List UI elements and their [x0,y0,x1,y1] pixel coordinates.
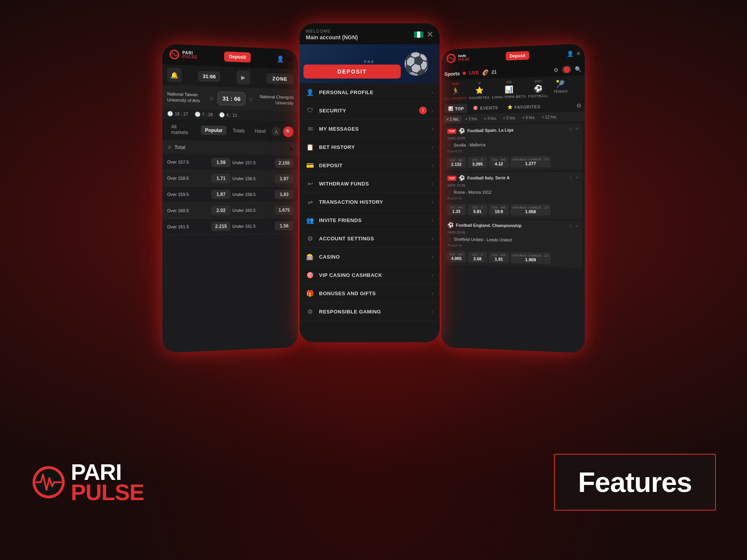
ph3-odds-row-2: 1X2 - W1 1.33 1X2 - X 5.81 1X2 - W2 10.9 [444,203,582,219]
ph3-cat-count-football: 1501 [534,79,542,83]
ph2-menu-personal-profile[interactable]: 👤 PERSONAL PROFILE › [300,83,440,102]
ph3-match-expand-3[interactable]: » [576,223,579,229]
ph2-menu-invite[interactable]: 👥 INVITE FRIENDS › [300,211,440,229]
ph3-odds-btn-1-3[interactable]: 1X2 - W2 4.12 [489,156,509,168]
ph3-cat-label-fav: FAVORITES [469,96,490,100]
ph2-menu-deposit[interactable]: 💳 DEPOSIT › [300,156,440,175]
ph1-under-val-4[interactable]: 1.675 [275,206,293,215]
ph3-cat-tennis[interactable]: 🎾 TENNIS [551,78,570,98]
ph1-tab-popular[interactable]: Popular [201,125,226,135]
ph3-tab-top[interactable]: 📊 TOP [444,104,468,113]
ph1-logo: PARI PULSE [169,49,198,61]
ph3-user-icon[interactable]: 👤 [566,50,573,57]
ph3-deposit-button[interactable]: Deposit [506,51,529,60]
ph3-match-expand-1[interactable]: » [576,126,579,131]
ph1-search-button[interactable]: 🔍 [283,126,294,137]
ph2-menu-security[interactable]: 🛡 SECURITY ! › [300,102,440,120]
ph2-deposit-big-button[interactable]: DEPOSIT [303,65,401,79]
ph1-over-val-1[interactable]: 1.59 [211,158,231,167]
ph3-time-filter-6h[interactable]: < 6 hrs. [520,114,538,121]
ph3-time-filter-2h[interactable]: < 2 hrs. [463,116,480,122]
ph3-odds-btn-1-4[interactable]: DOUBLE CHANCE - 1X 1.277 [510,156,551,168]
ph1-under-val-1[interactable]: 2.155 [275,158,293,168]
ph3-odds-btn-3-3[interactable]: 1X2 - W2 1.91 [489,252,509,263]
ph3-odds-btn-1-2[interactable]: 1X2 - X 3.295 [468,157,487,168]
ph3-odds-btn-2-3[interactable]: 1X2 - W2 10.9 [489,204,509,215]
ph3-toggle-switch[interactable] [562,65,572,74]
ph3-match-star-3[interactable]: ☆ [568,223,573,229]
ph2-menu-withdraw[interactable]: ↩ WITHDRAW FUNDS › [300,175,440,193]
ph3-team-star-3[interactable]: ☆ [447,236,452,242]
ph1-user-icon[interactable]: 👤 [277,55,284,63]
ph1-bell-button[interactable]: 🔔 [167,68,182,82]
ph3-tab-events[interactable]: 🎯 EVENTS [469,103,502,113]
ph3-odds-btn-2-4[interactable]: DOUBLE CHANCE - 1X 1.058 [510,204,551,215]
ph3-match-star-2[interactable]: ☆ [568,174,573,180]
ph1-deposit-button[interactable]: Deposit [224,51,251,63]
ph3-time-filter-5h[interactable]: < 5 hrs. [501,115,518,122]
ph2-account-label: Main account (NGN) [306,34,358,40]
ph3-match-expand-2[interactable]: » [576,175,579,180]
ph3-odds-btn-2-1[interactable]: 1X2 - W1 1.33 [447,204,466,215]
ph1-over-val-3[interactable]: 1.87 [211,190,231,199]
ph3-time-filter-12h[interactable]: < 12 hrs. [539,114,559,121]
ph3-odds-btn-3-4[interactable]: DOUBLE CHANCE - 1X 1.909 [510,252,551,264]
ph1-collapse-button[interactable]: ⋀ [272,127,281,136]
ph3-search-icon[interactable]: 🔍 [575,66,582,72]
ph3-sort-icon[interactable]: ⚙ [576,102,581,109]
ph3-odds-btn-1-1[interactable]: 1X2 - W1 2.132 [447,157,466,168]
ph2-bonuses-label: BONUSES AND GIFTS [319,290,427,296]
ph3-team-star-2[interactable]: ☆ [447,189,452,195]
ph1-over-val-2[interactable]: 1.71 [211,174,231,183]
ph1-over-val-4[interactable]: 2.02 [211,206,231,215]
ph2-menu-bet-history[interactable]: 📋 BET HISTORY › [300,138,440,156]
ph3-categories: 5685 🏃 ALL SPORTS 0 ⭐ FAVORITES 702 📊 LO… [441,75,585,103]
ph3-odds-btn-3-1[interactable]: 1X2 - W1 4.005 [447,251,466,262]
ph3-cat-football[interactable]: 1501 ⚽ FOOTBALL [528,79,548,98]
ph3-cat-favorites[interactable]: 0 ⭐ FAVORITES [469,81,490,100]
ph1-zone-button[interactable]: ZONE [267,73,294,84]
ph1-totals-chevron[interactable]: ∧ [289,145,294,152]
ph2-menu-casino[interactable]: 🎰 CASINO › [300,248,440,266]
ph3-tab-favorites[interactable]: ⭐ FAVORITES [503,102,544,112]
ph2-menu-transaction[interactable]: ⇌ TRANSACTION HISTORY › [300,193,440,211]
ph1-star-left[interactable]: ☆ [209,95,214,101]
ph1-play-button[interactable]: ▶ [237,70,251,84]
ph3-odds-val-1-2: 3.295 [472,162,483,166]
ph3-odds-btn-2-2[interactable]: 1X2 - X 5.81 [468,204,487,215]
ph2-withdraw-icon: ↩ [306,179,314,188]
ph2-menu-responsible[interactable]: ⚙ RESPONSIBLE GAMING › [300,303,440,321]
ph1-tab-all-markets[interactable]: All markets [167,122,199,138]
ph2-account-settings-arrow: › [431,235,433,242]
ph1-under-val-3[interactable]: 1.83 [275,190,293,199]
ph1-menu-icon[interactable]: ≡ [289,56,292,63]
ph1-star-total[interactable]: ☆ [167,144,172,150]
ph3-odds-btn-3-2[interactable]: 1X2 - X 3.58 [468,251,487,263]
ph1-clock-icon-2: 🕐 [195,112,200,117]
ph3-top-badge-2: TOP [447,175,456,180]
ph1-under-val-2[interactable]: 1.97 [275,174,293,184]
ph2-menu-bonuses[interactable]: 🎁 BONUSES AND GIFTS › [300,284,440,303]
ph3-menu-icon[interactable]: ≡ [577,50,580,57]
ph1-tab-totals[interactable]: Totals [229,126,249,136]
bottom-logo-svg [31,465,66,500]
ph1-over-val-5[interactable]: 2.215 [211,222,231,231]
ph1-star-right[interactable]: ☆ [249,96,254,102]
ph3-logo-icon [446,53,456,64]
ph1-under-val-5[interactable]: 1.56 [275,221,293,231]
ph1-tab-hand[interactable]: Hand [251,126,270,136]
ph2-close-button[interactable]: ✕ [426,30,433,40]
ph2-menu-vip[interactable]: 🎯 VIP CASINO CASHBACK › [300,266,440,284]
ph2-menu-messages[interactable]: ✉ MY MESSAGES › [300,120,440,138]
ph3-filter-icon[interactable]: ⚙ [554,67,559,74]
ph3-time-filter-1h[interactable]: < 1 hrs. [444,116,461,123]
ph3-team-star-1[interactable]: ☆ [447,142,452,148]
ph3-odds-val-3-3: 1.91 [495,257,503,261]
ph3-odds-row-3: 1X2 - W1 4.005 1X2 - X 3.58 1X2 - W2 1.9… [444,249,582,268]
ph3-match-star-1[interactable]: ☆ [568,126,573,131]
ph3-time-filter-3h[interactable]: < 3 hrs. [482,115,499,122]
ph3-cat-all-sports[interactable]: 5685 🏃 ALL SPORTS [444,82,467,101]
ph3-cat-longterm[interactable]: 702 📊 LONG-TERM BETS [492,80,526,100]
ph2-responsible-arrow: › [431,308,433,315]
ph2-menu-account-settings[interactable]: ⚙ ACCOUNT SETTINGS › [300,229,440,248]
